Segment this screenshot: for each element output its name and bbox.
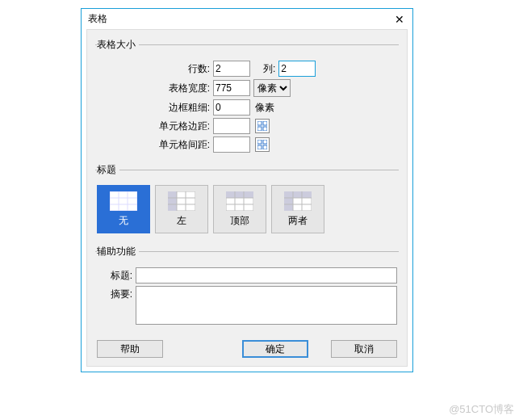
caption-input[interactable] (136, 267, 397, 284)
header-option-both[interactable]: 两者 (271, 185, 324, 233)
row-summary: 摘要: (97, 286, 397, 325)
ok-button[interactable]: 确定 (242, 340, 308, 358)
cellpadding-input[interactable] (213, 118, 250, 134)
table-top-icon (226, 191, 253, 211)
svg-rect-4 (257, 140, 262, 144)
cellpadding-label: 单元格边距: (153, 120, 210, 133)
accessibility-group: 辅助功能 标题: 摘要: (95, 245, 399, 330)
rows-input[interactable] (213, 61, 250, 77)
help-button[interactable]: 帮助 (97, 340, 163, 358)
header-option-none[interactable]: 无 (97, 185, 150, 233)
summary-input[interactable] (136, 286, 397, 325)
accessibility-legend: 辅助功能 (97, 245, 139, 258)
titlebar: 表格 ✕ (82, 9, 412, 27)
cancel-button[interactable]: 取消 (331, 340, 397, 358)
svg-rect-8 (110, 191, 137, 211)
cellpadding-picker-icon[interactable] (255, 119, 270, 133)
header-option-label: 两者 (288, 214, 308, 228)
svg-rect-1 (263, 121, 267, 125)
header-options: 无 左 (97, 183, 397, 237)
svg-rect-7 (263, 145, 267, 149)
close-icon[interactable]: ✕ (393, 14, 406, 25)
cols-label: 列: (263, 62, 275, 76)
header-option-label: 左 (177, 214, 186, 228)
svg-rect-14 (168, 191, 177, 211)
cellspacing-picker-icon[interactable] (255, 137, 270, 152)
table-size-group: 表格大小 行数: 列: 表格宽度: 像素 边框粗细: 像素 (95, 38, 399, 158)
table-left-icon (168, 191, 195, 211)
button-bar: 帮助 确定 取消 (95, 335, 399, 358)
header-option-label: 顶部 (230, 214, 249, 228)
caption-label: 标题: (97, 267, 132, 283)
border-input[interactable] (213, 99, 250, 116)
dialog-title: 表格 (88, 12, 107, 26)
svg-rect-2 (257, 127, 262, 131)
row-cellpadding: 单元格边距: (97, 118, 397, 134)
cellspacing-label: 单元格间距: (153, 138, 210, 152)
border-label: 边框粗细: (153, 101, 210, 115)
width-label: 表格宽度: (153, 82, 210, 95)
watermark: @51CTO博客 (449, 402, 514, 417)
header-option-label: 无 (119, 214, 128, 228)
header-group: 标题 无 左 (95, 163, 399, 240)
table-dialog: 表格 ✕ 表格大小 行数: 列: 表格宽度: 像素 边框粗细: (81, 8, 413, 372)
rows-label: 行数: (153, 62, 210, 76)
svg-rect-20 (226, 191, 253, 198)
row-width: 表格宽度: 像素 (97, 79, 397, 97)
header-legend: 标题 (97, 163, 119, 177)
row-border: 边框粗细: 像素 (97, 99, 397, 116)
header-option-top[interactable]: 顶部 (213, 185, 266, 233)
row-caption: 标题: (97, 267, 397, 284)
width-unit-select[interactable]: 像素 (253, 79, 291, 97)
svg-rect-0 (257, 121, 262, 125)
border-unit: 像素 (255, 101, 274, 115)
table-both-icon (284, 191, 312, 211)
table-size-legend: 表格大小 (97, 38, 139, 52)
cols-input[interactable] (278, 61, 316, 77)
table-none-icon (110, 191, 137, 211)
svg-rect-27 (284, 191, 293, 211)
header-option-left[interactable]: 左 (155, 185, 208, 233)
row-rows-cols: 行数: 列: (97, 61, 397, 77)
summary-label: 摘要: (97, 286, 132, 301)
svg-rect-5 (263, 140, 267, 144)
dialog-body: 表格大小 行数: 列: 表格宽度: 像素 边框粗细: 像素 (86, 29, 408, 367)
cellspacing-input[interactable] (213, 136, 250, 153)
width-input[interactable] (213, 80, 250, 96)
svg-rect-3 (263, 127, 267, 131)
svg-rect-6 (257, 145, 262, 149)
row-cellspacing: 单元格间距: (97, 136, 397, 153)
